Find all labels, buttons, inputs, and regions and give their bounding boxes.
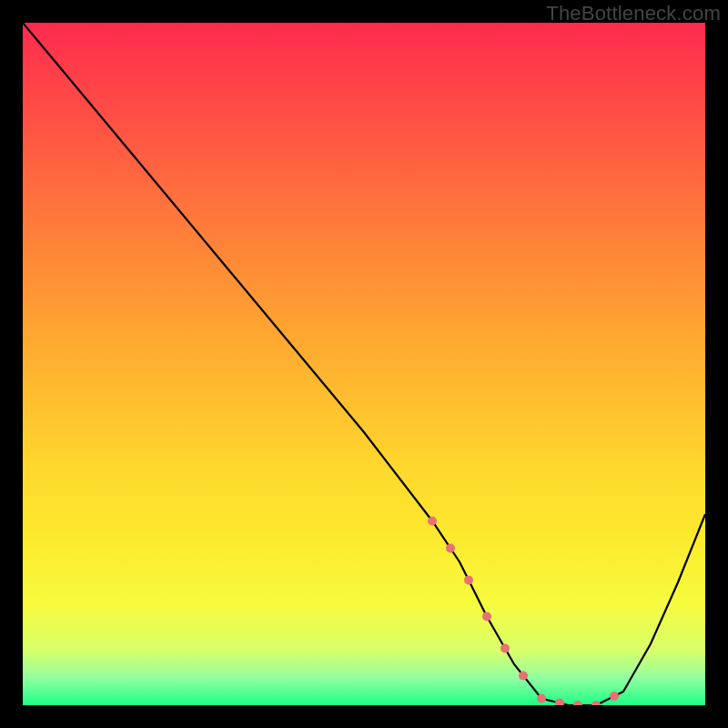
- curve-svg: [23, 23, 705, 705]
- optimal-dot: [500, 644, 510, 653]
- optimal-range-dots: [428, 517, 619, 706]
- optimal-dot: [428, 517, 437, 526]
- watermark-text: TheBottleneck.com: [546, 2, 721, 25]
- optimal-dot: [464, 576, 473, 585]
- optimal-dot: [573, 701, 582, 705]
- plot-area: [23, 23, 705, 705]
- optimal-dot: [555, 699, 564, 706]
- optimal-dot: [482, 612, 491, 622]
- optimal-dot: [610, 692, 619, 701]
- optimal-dot: [519, 672, 528, 681]
- optimal-dot: [537, 694, 546, 703]
- chart-container: TheBottleneck.com: [0, 0, 728, 728]
- optimal-dot: [446, 544, 455, 553]
- main-curve: [23, 23, 705, 705]
- optimal-dot: [592, 701, 601, 705]
